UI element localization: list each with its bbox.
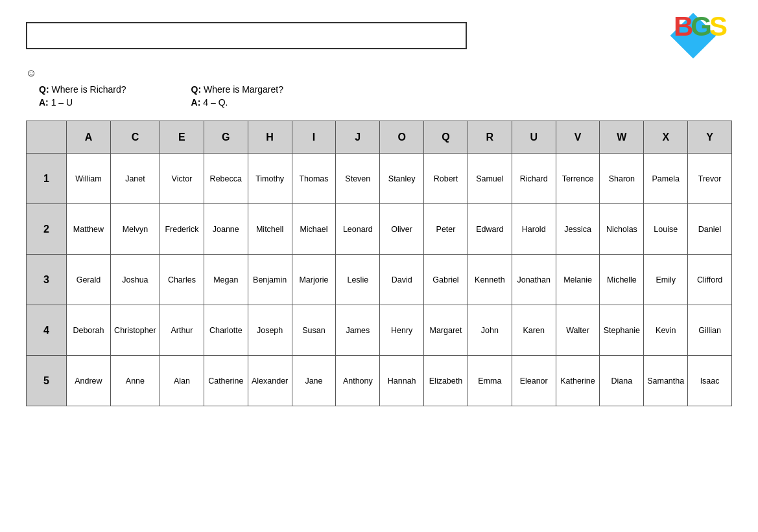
example-1-q: Q: Where is Richard? (39, 84, 126, 95)
row-header-2: 2 (27, 204, 67, 255)
cell-4-Y: Gillian (688, 305, 732, 356)
cell-5-Y: Isaac (688, 356, 732, 406)
cell-2-A: Matthew (67, 204, 111, 255)
grid-body: 1WilliamJanetVictorRebeccaTimothyThomasS… (27, 154, 732, 406)
cell-3-C: Joshua (110, 255, 160, 305)
cell-4-W: Stephanie (600, 305, 644, 356)
corner-cell (27, 121, 67, 154)
col-header-R: R (468, 121, 512, 154)
col-header-O: O (380, 121, 424, 154)
cell-5-H: Alexander (248, 356, 292, 406)
cell-4-H: Joseph (248, 305, 292, 356)
cell-5-Q: Elizabeth (424, 356, 468, 406)
logo-text: BGS (674, 13, 725, 40)
table-row: 2MatthewMelvynFrederickJoanneMitchellMic… (27, 204, 732, 255)
cell-4-R: John (468, 305, 512, 356)
cell-5-A: Andrew (67, 356, 111, 406)
smiley-icon: ☺ (26, 67, 36, 78)
example-1: Q: Where is Richard? A: 1 – U (39, 84, 126, 108)
cell-1-Y: Trevor (688, 154, 732, 204)
cell-3-V: Melanie (556, 255, 600, 305)
col-header-W: W (600, 121, 644, 154)
example-2: Q: Where is Margaret? A: 4 – Q. (191, 84, 283, 108)
cell-5-C: Anne (110, 356, 160, 406)
cell-5-R: Emma (468, 356, 512, 406)
cell-5-W: Diana (600, 356, 644, 406)
cell-2-O: Oliver (380, 204, 424, 255)
table-row: 5AndrewAnneAlanCatherineAlexanderJaneAnt… (27, 356, 732, 406)
cell-4-U: Karen (512, 305, 556, 356)
col-header-V: V (556, 121, 600, 154)
col-header-J: J (336, 121, 380, 154)
name-grid: ACEGHIJOQRUVWXY 1WilliamJanetVictorRebec… (26, 121, 732, 406)
cell-5-G: Catherine (204, 356, 248, 406)
cell-1-G: Rebecca (204, 154, 248, 204)
cell-1-V: Terrence (556, 154, 600, 204)
cell-3-U: Jonathan (512, 255, 556, 305)
cell-3-A: Gerald (67, 255, 111, 305)
col-header-Q: Q (424, 121, 468, 154)
cell-3-W: Michelle (600, 255, 644, 305)
cell-1-J: Steven (336, 154, 380, 204)
logo: BGS (674, 13, 732, 58)
cell-2-W: Nicholas (600, 204, 644, 255)
a-label: A: (39, 97, 49, 108)
cell-1-U: Richard (512, 154, 556, 204)
cell-4-V: Walter (556, 305, 600, 356)
table-row: 1WilliamJanetVictorRebeccaTimothyThomasS… (27, 154, 732, 204)
cell-4-I: Susan (292, 305, 336, 356)
cell-4-J: James (336, 305, 380, 356)
name-date-box[interactable] (26, 22, 467, 49)
col-header-C: C (110, 121, 160, 154)
q-label: Q: (39, 84, 49, 95)
example-2-a: A: 4 – Q. (191, 97, 283, 108)
logo-letters: BGS (674, 11, 725, 41)
logo-b: B (674, 11, 691, 41)
row-header-5: 5 (27, 356, 67, 406)
q-label: Q: (191, 84, 202, 95)
cell-3-H: Benjamin (248, 255, 292, 305)
cell-1-Q: Robert (424, 154, 468, 204)
cell-3-X: Emily (644, 255, 688, 305)
row-header-4: 4 (27, 305, 67, 356)
a-label: A: (191, 97, 201, 108)
cell-5-U: Eleanor (512, 356, 556, 406)
cell-4-Q: Margaret (424, 305, 468, 356)
cell-5-O: Hannah (380, 356, 424, 406)
cell-3-J: Leslie (336, 255, 380, 305)
cell-3-Q: Gabriel (424, 255, 468, 305)
cell-1-A: William (67, 154, 111, 204)
header: BGS (26, 13, 732, 58)
cell-1-O: Stanley (380, 154, 424, 204)
col-header-A: A (67, 121, 111, 154)
cell-1-W: Sharon (600, 154, 644, 204)
col-header-H: H (248, 121, 292, 154)
cell-1-R: Samuel (468, 154, 512, 204)
table-row: 3GeraldJoshuaCharlesMeganBenjaminMarjori… (27, 255, 732, 305)
cell-2-J: Leonard (336, 204, 380, 255)
table-row: 4DeborahChristopherArthurCharlotteJoseph… (27, 305, 732, 356)
cell-2-U: Harold (512, 204, 556, 255)
cell-4-C: Christopher (110, 305, 160, 356)
cell-2-G: Joanne (204, 204, 248, 255)
cell-1-E: Victor (160, 154, 204, 204)
col-header-X: X (644, 121, 688, 154)
cell-2-V: Jessica (556, 204, 600, 255)
cell-5-E: Alan (160, 356, 204, 406)
cell-5-V: Katherine (556, 356, 600, 406)
cell-5-J: Anthony (336, 356, 380, 406)
col-header-I: I (292, 121, 336, 154)
cell-2-C: Melvyn (110, 204, 160, 255)
examples-area: Q: Where is Richard? A: 1 – U Q: Where i… (39, 84, 732, 108)
cell-4-G: Charlotte (204, 305, 248, 356)
cell-4-A: Deborah (67, 305, 111, 356)
cell-5-I: Jane (292, 356, 336, 406)
row-header-1: 1 (27, 154, 67, 204)
cell-3-O: David (380, 255, 424, 305)
cell-2-H: Mitchell (248, 204, 292, 255)
logo-g: G (691, 11, 709, 41)
cell-2-E: Frederick (160, 204, 204, 255)
cell-3-G: Megan (204, 255, 248, 305)
example-1-a: A: 1 – U (39, 97, 126, 108)
cell-1-I: Thomas (292, 154, 336, 204)
